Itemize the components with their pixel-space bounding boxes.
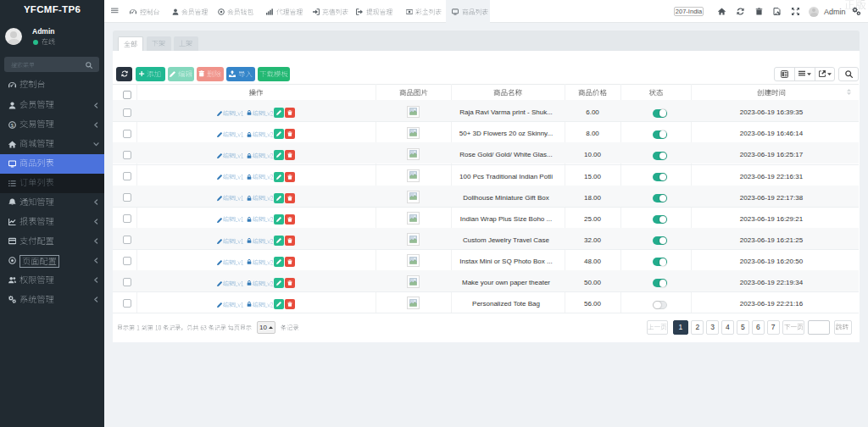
- svg-text:$: $: [11, 122, 14, 127]
